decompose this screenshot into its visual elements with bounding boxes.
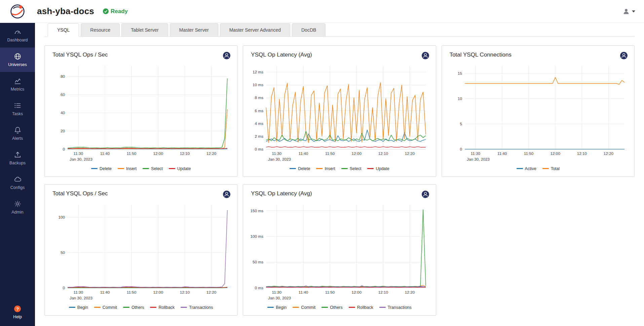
chevron-down-icon (632, 10, 635, 12)
legend-item-insert[interactable]: Insert (316, 166, 335, 171)
universe-scope-icon[interactable] (421, 190, 429, 200)
svg-text:150 ms: 150 ms (251, 208, 264, 213)
svg-text:11:50: 11:50 (127, 151, 137, 156)
legend-label: Delete (298, 166, 310, 171)
user-menu[interactable] (622, 8, 635, 15)
yugabyte-logo[interactable] (0, 4, 35, 19)
legend-item-begin[interactable]: Begin (69, 305, 88, 310)
sidebar-item-label: Tasks (12, 111, 23, 116)
universe-scope-icon[interactable] (620, 52, 628, 61)
sidebar-nav: DashboardUniversesMetricsTasksAlertsBack… (0, 23, 35, 220)
ready-check-icon (103, 8, 109, 14)
legend-swatch (267, 307, 274, 308)
legend-item-commit[interactable]: Commit (94, 305, 117, 310)
legend-item-total[interactable]: Total (542, 166, 560, 171)
legend-item-rollback[interactable]: Rollback (349, 305, 373, 310)
svg-text:60: 60 (61, 92, 65, 97)
sidebar-item-universes[interactable]: Universes (0, 47, 35, 72)
svg-text:0 ms: 0 ms (255, 147, 264, 151)
universes-icon (14, 53, 22, 60)
legend-item-delete[interactable]: Delete (91, 166, 112, 171)
tasks-icon (14, 102, 22, 109)
tab-resource[interactable]: Resource (81, 23, 120, 37)
sidebar-item-label: Backups (9, 161, 26, 165)
status-badge: Ready (103, 8, 128, 15)
sidebar-item-admin[interactable]: Admin (0, 195, 35, 220)
legend-swatch (94, 307, 101, 308)
chart-title: Total YSQL Connections (450, 52, 512, 58)
svg-text:12:10: 12:10 (378, 151, 388, 156)
chart-plot[interactable]: 0 ms50 ms100 ms150 ms11:30Jan 30, 202311… (248, 200, 430, 304)
svg-text:10: 10 (458, 96, 462, 101)
svg-text:100 ms: 100 ms (251, 234, 264, 238)
legend-item-others[interactable]: Others (321, 305, 343, 310)
svg-text:80: 80 (61, 74, 65, 78)
top-header: ash-yba-docs Ready (0, 0, 644, 23)
universe-scope-icon[interactable] (223, 190, 231, 200)
sidebar-item-alerts[interactable]: Alerts (0, 121, 35, 146)
tab-master-server-advanced[interactable]: Master Server Advanced (220, 23, 290, 37)
legend-item-transactions[interactable]: Transactions (379, 305, 412, 310)
legend-item-active[interactable]: Active (517, 166, 536, 171)
chart-plot[interactable]: 02040608011:30Jan 30, 202311:4011:5012:0… (50, 62, 232, 165)
backups-icon (14, 151, 22, 159)
svg-text:0: 0 (63, 286, 65, 290)
sidebar-item-configs[interactable]: Configs (0, 170, 35, 195)
admin-icon (14, 200, 22, 208)
tab-docdb[interactable]: DocDB (292, 23, 326, 37)
chart-plot[interactable]: 05101511:30Jan 30, 202311:4011:5012:0012… (447, 62, 629, 165)
svg-text:10 ms: 10 ms (253, 83, 263, 87)
legend-label: Select (151, 166, 163, 171)
sidebar-item-label: Dashboard (7, 38, 28, 42)
legend-item-others[interactable]: Others (123, 305, 144, 310)
planet-logo-icon (10, 4, 25, 19)
svg-text:?: ? (16, 306, 19, 312)
chart-plot[interactable]: 0 ms2 ms4 ms6 ms8 ms10 ms12 ms11:30Jan 3… (248, 62, 430, 165)
sidebar-item-label: Universes (8, 62, 27, 67)
user-icon (622, 8, 630, 15)
tab-tablet-server[interactable]: Tablet Server (121, 23, 168, 37)
legend-item-update[interactable]: Update (169, 166, 191, 171)
legend-item-select[interactable]: Select (341, 166, 362, 171)
legend-swatch (542, 168, 549, 169)
tab-ysql[interactable]: YSQL (48, 23, 79, 37)
svg-text:11:30: 11:30 (272, 290, 282, 294)
legend-item-rollback[interactable]: Rollback (150, 305, 175, 310)
legend-label: Rollback (158, 305, 175, 310)
universe-scope-icon[interactable] (421, 52, 429, 61)
legend-label: Select (350, 166, 362, 171)
legend-item-update[interactable]: Update (367, 166, 389, 171)
svg-text:4 ms: 4 ms (255, 121, 264, 126)
svg-text:11:30: 11:30 (272, 151, 282, 156)
svg-text:11:40: 11:40 (100, 151, 110, 156)
svg-text:12:10: 12:10 (180, 151, 190, 156)
tab-master-server[interactable]: Master Server (170, 23, 218, 37)
chart-panel: YSQL Op Latency (Avg) 0 ms50 ms100 ms150… (243, 184, 436, 316)
legend-item-commit[interactable]: Commit (293, 305, 315, 310)
legend-item-begin[interactable]: Begin (267, 305, 287, 310)
svg-text:12:10: 12:10 (378, 290, 388, 294)
legend-item-select[interactable]: Select (143, 166, 163, 171)
chart-plot[interactable]: 05010011:30Jan 30, 202311:4011:5012:0012… (50, 200, 232, 304)
svg-text:11:50: 11:50 (325, 290, 335, 294)
sidebar-item-metrics[interactable]: Metrics (0, 72, 35, 97)
svg-text:11:50: 11:50 (524, 151, 534, 156)
svg-text:Jan 30, 2023: Jan 30, 2023 (70, 157, 92, 161)
legend-swatch (367, 168, 374, 169)
sidebar-item-help[interactable]: ? Help (0, 299, 35, 326)
svg-text:5: 5 (460, 122, 462, 126)
legend-item-transactions[interactable]: Transactions (181, 305, 213, 310)
legend-label: Active (525, 166, 536, 171)
sidebar-item-backups[interactable]: Backups (0, 146, 35, 170)
universe-name: ash-yba-docs (37, 6, 94, 17)
svg-text:0 ms: 0 ms (255, 286, 264, 290)
sidebar: DashboardUniversesMetricsTasksAlertsBack… (0, 23, 35, 326)
svg-text:40: 40 (61, 110, 65, 115)
sidebar-item-dashboard[interactable]: Dashboard (0, 23, 35, 47)
legend-item-delete[interactable]: Delete (290, 166, 310, 171)
sidebar-item-tasks[interactable]: Tasks (0, 97, 35, 121)
chart-legend: DeleteInsertSelectUpdate (248, 165, 430, 174)
svg-text:11:50: 11:50 (325, 151, 335, 156)
universe-scope-icon[interactable] (223, 52, 231, 61)
legend-item-insert[interactable]: Insert (118, 166, 137, 171)
